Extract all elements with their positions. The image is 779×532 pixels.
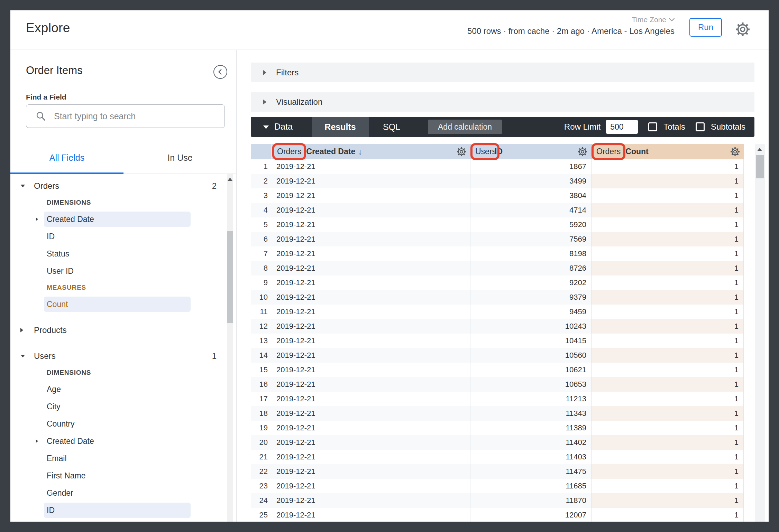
user-id-cell[interactable]: 11870 <box>470 493 592 508</box>
user-id-cell[interactable]: 10243 <box>470 319 592 334</box>
created-date-cell[interactable]: 2019-12-21 <box>272 493 470 508</box>
user-id-cell[interactable]: 11343 <box>470 406 592 421</box>
field-item-user-id[interactable]: User ID <box>10 262 226 280</box>
visualization-panel-header[interactable]: Visualization <box>251 92 754 112</box>
add-calculation-button[interactable]: Add calculation <box>428 120 502 134</box>
row-number-cell[interactable]: 13 <box>251 334 272 348</box>
count-cell[interactable]: 1 <box>592 319 744 334</box>
collapse-data-icon[interactable] <box>263 125 269 129</box>
row-number-cell[interactable]: 9 <box>251 276 272 290</box>
sidebar-scrollbar[interactable] <box>227 174 233 522</box>
user-id-cell[interactable]: 11685 <box>470 479 592 493</box>
user-id-cell[interactable]: 4714 <box>470 203 592 217</box>
user-id-cell[interactable]: 8198 <box>470 246 592 261</box>
created-date-cell[interactable]: 2019-12-21 <box>272 464 470 479</box>
count-cell[interactable]: 1 <box>592 493 744 508</box>
tab-all-fields[interactable]: All Fields <box>10 142 123 173</box>
created-date-cell[interactable]: 2019-12-21 <box>272 290 470 305</box>
field-item-city[interactable]: City <box>10 398 226 415</box>
column-header-users-id[interactable]: Users ID <box>470 144 592 159</box>
column-settings-gear-icon[interactable] <box>456 147 467 157</box>
count-cell[interactable]: 1 <box>592 348 744 363</box>
row-number-cell[interactable]: 6 <box>251 232 272 246</box>
field-item-created-date[interactable]: Created Date <box>10 432 226 450</box>
settings-gear-icon[interactable] <box>735 21 751 37</box>
count-cell[interactable]: 1 <box>592 232 744 246</box>
row-number-cell[interactable]: 1 <box>251 159 272 174</box>
field-item-age[interactable]: Age <box>10 381 226 398</box>
count-cell[interactable]: 1 <box>592 464 744 479</box>
user-id-cell[interactable]: 5920 <box>470 217 592 232</box>
row-number-cell[interactable]: 3 <box>251 188 272 203</box>
sidebar-group-orders[interactable]: Orders2 <box>10 177 226 195</box>
created-date-cell[interactable]: 2019-12-21 <box>272 421 470 435</box>
field-item-count[interactable]: Count <box>10 296 226 313</box>
user-id-cell[interactable]: 10560 <box>470 348 592 363</box>
created-date-cell[interactable]: 2019-12-21 <box>272 305 470 319</box>
column-settings-gear-icon[interactable] <box>577 147 588 157</box>
user-id-cell[interactable]: 9379 <box>470 290 592 305</box>
count-cell[interactable]: 1 <box>592 392 744 406</box>
row-number-cell[interactable]: 21 <box>251 450 272 464</box>
created-date-cell[interactable]: 2019-12-21 <box>272 319 470 334</box>
user-id-cell[interactable]: 9202 <box>470 276 592 290</box>
created-date-cell[interactable]: 2019-12-21 <box>272 261 470 276</box>
column-settings-gear-icon[interactable] <box>730 147 740 157</box>
user-id-cell[interactable]: 1867 <box>470 159 592 174</box>
row-number-cell[interactable]: 20 <box>251 435 272 450</box>
field-item-gender[interactable]: Gender <box>10 484 226 502</box>
count-cell[interactable]: 1 <box>592 363 744 377</box>
count-cell[interactable]: 1 <box>592 421 744 435</box>
table-scrollbar-thumb[interactable] <box>756 155 764 178</box>
row-number-cell[interactable]: 16 <box>251 377 272 392</box>
count-cell[interactable]: 1 <box>592 508 744 522</box>
row-number-cell[interactable]: 4 <box>251 203 272 217</box>
created-date-cell[interactable]: 2019-12-21 <box>272 406 470 421</box>
field-item-email[interactable]: Email <box>10 450 226 467</box>
row-number-cell[interactable]: 12 <box>251 319 272 334</box>
row-number-cell[interactable]: 11 <box>251 305 272 319</box>
user-id-cell[interactable]: 8726 <box>470 261 592 276</box>
user-id-cell[interactable]: 9459 <box>470 305 592 319</box>
row-number-cell[interactable]: 25 <box>251 508 272 522</box>
count-cell[interactable]: 1 <box>592 435 744 450</box>
created-date-cell[interactable]: 2019-12-21 <box>272 450 470 464</box>
row-number-cell[interactable]: 23 <box>251 479 272 493</box>
scroll-up-icon[interactable] <box>757 148 762 151</box>
count-cell[interactable]: 1 <box>592 159 744 174</box>
count-cell[interactable]: 1 <box>592 188 744 203</box>
user-id-cell[interactable]: 11475 <box>470 464 592 479</box>
created-date-cell[interactable]: 2019-12-21 <box>272 508 470 522</box>
table-scrollbar[interactable] <box>755 144 765 522</box>
created-date-cell[interactable]: 2019-12-21 <box>272 203 470 217</box>
user-id-cell[interactable]: 11389 <box>470 421 592 435</box>
created-date-cell[interactable]: 2019-12-21 <box>272 377 470 392</box>
count-cell[interactable]: 1 <box>592 479 744 493</box>
row-number-cell[interactable]: 15 <box>251 363 272 377</box>
user-id-cell[interactable]: 10415 <box>470 334 592 348</box>
field-item-first-name[interactable]: First Name <box>10 467 226 484</box>
expand-field-icon[interactable] <box>36 439 38 443</box>
scroll-up-icon[interactable] <box>228 178 232 181</box>
created-date-cell[interactable]: 2019-12-21 <box>272 174 470 188</box>
created-date-cell[interactable]: 2019-12-21 <box>272 392 470 406</box>
count-cell[interactable]: 1 <box>592 246 744 261</box>
user-id-cell[interactable]: 7569 <box>470 232 592 246</box>
field-item-status[interactable]: Status <box>10 245 226 262</box>
row-number-cell[interactable]: 5 <box>251 217 272 232</box>
count-cell[interactable]: 1 <box>592 377 744 392</box>
count-cell[interactable]: 1 <box>592 290 744 305</box>
count-cell[interactable]: 1 <box>592 217 744 232</box>
count-cell[interactable]: 1 <box>592 305 744 319</box>
run-button[interactable]: Run <box>689 18 722 37</box>
timezone-selector[interactable]: Time Zone <box>467 15 675 25</box>
user-id-cell[interactable]: 12007 <box>470 508 592 522</box>
row-number-cell[interactable]: 8 <box>251 261 272 276</box>
count-cell[interactable]: 1 <box>592 174 744 188</box>
field-item-id[interactable]: ID <box>10 228 226 245</box>
field-item-created-date[interactable]: Created Date <box>10 211 226 228</box>
tab-in-use[interactable]: In Use <box>123 142 237 173</box>
row-number-cell[interactable]: 7 <box>251 246 272 261</box>
row-number-cell[interactable]: 2 <box>251 174 272 188</box>
created-date-cell[interactable]: 2019-12-21 <box>272 348 470 363</box>
